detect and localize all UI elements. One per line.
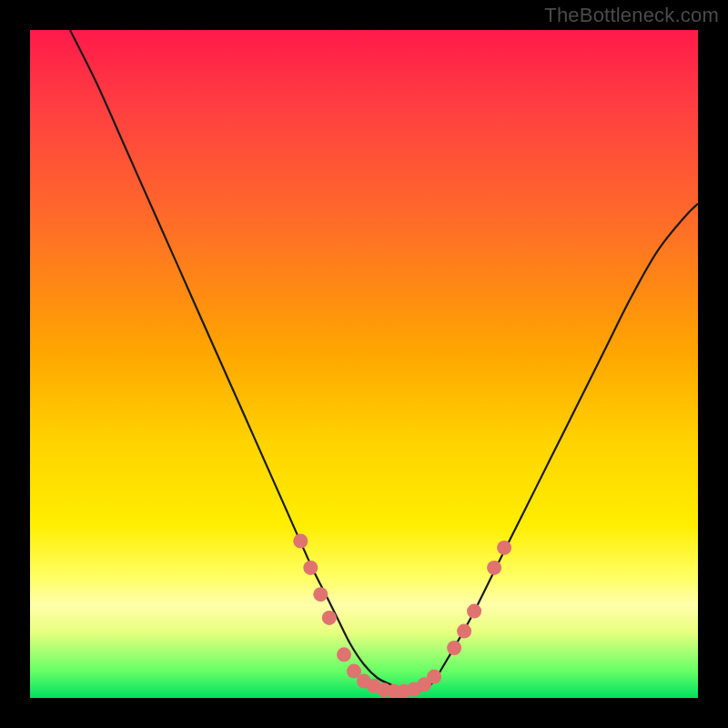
curve-marker [497, 541, 511, 555]
curve-marker [322, 611, 337, 625]
watermark-text: TheBottleneck.com [544, 4, 719, 27]
curve-marker [457, 624, 471, 639]
plot-area [30, 30, 698, 698]
curve-marker [313, 587, 328, 602]
bottleneck-curve [70, 30, 698, 693]
curve-marker [303, 561, 318, 575]
curve-layer [30, 30, 698, 698]
markers-group [293, 534, 511, 699]
curve-marker [447, 641, 461, 655]
curve-marker [293, 534, 308, 549]
curve-marker [427, 670, 441, 684]
chart-frame: TheBottleneck.com [0, 0, 728, 728]
curve-marker [337, 647, 351, 662]
curve-marker [487, 561, 501, 575]
curve-marker [467, 604, 481, 619]
